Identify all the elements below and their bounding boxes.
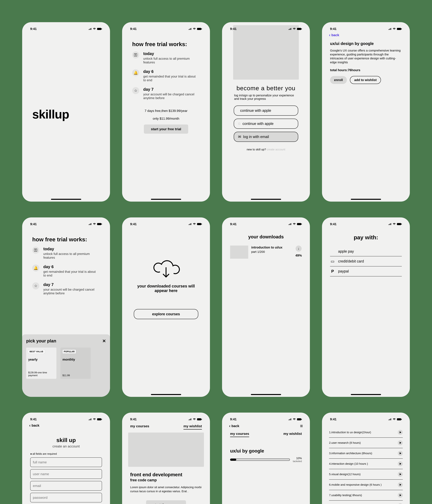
download-icon[interactable]: ↓ <box>296 245 302 252</box>
play-icon[interactable] <box>398 493 403 498</box>
download-item[interactable]: introduction to ui/ux part 1/200 ↓ 49% <box>230 245 302 259</box>
lesson-row[interactable]: 2.user research (8 hours) <box>329 438 403 448</box>
svg-rect-5 <box>101 28 102 29</box>
status-icons <box>89 223 102 225</box>
play-icon[interactable] <box>398 430 403 435</box>
lesson-label: 6.mobile and responsive design (6 hours … <box>329 483 381 486</box>
close-icon[interactable]: ✕ <box>102 338 106 343</box>
lesson-row[interactable]: 8.design systems and c (8 hours) <box>329 501 403 504</box>
pay-label: paypal <box>338 269 349 273</box>
lesson-label: 7.usability testing( 8hours) <box>329 494 362 497</box>
tab-my-courses[interactable]: my courses <box>230 432 249 437</box>
play-icon[interactable] <box>398 482 403 487</box>
status-time: 9:41 <box>330 417 336 421</box>
enroll-button[interactable]: enroll <box>330 76 347 84</box>
login-email-button[interactable]: ✉ log in with email <box>234 132 298 142</box>
signal-icon <box>89 223 92 225</box>
full-name-input[interactable] <box>30 458 102 467</box>
auth-hero-image <box>233 25 299 80</box>
plan-card-monthly[interactable]: POPULAR monthly $11.99 <box>61 348 91 379</box>
play-icon[interactable] <box>398 440 403 445</box>
tab-my-wishlist[interactable]: my wishlist <box>283 432 302 437</box>
lesson-row[interactable]: 3.information architecture (6hours) <box>329 448 403 459</box>
signal-icon <box>189 28 192 30</box>
signal-icon <box>189 418 192 420</box>
status-bar: 9:41 <box>28 221 104 226</box>
lesson-row[interactable]: 7.usability testing( 8hours) <box>329 490 403 501</box>
start-trial-button[interactable]: start your free trial <box>144 125 188 134</box>
auth-subtitle: log in/sign up to personalize your exper… <box>234 94 298 100</box>
create-account-link[interactable]: create account <box>267 148 285 151</box>
start-course-button[interactable]: start the course <box>146 500 186 504</box>
star-icon: ☆ <box>132 87 139 94</box>
add-wishlist-button[interactable]: add to wishlist <box>350 76 381 84</box>
wifi-icon <box>93 223 96 225</box>
status-bar: 9:41 <box>328 417 404 421</box>
svg-rect-57 <box>190 419 191 420</box>
home-indicator <box>151 394 181 395</box>
password-input[interactable] <box>30 493 102 502</box>
play-icon[interactable] <box>398 451 403 456</box>
home-indicator <box>151 199 181 200</box>
paypal-icon: P <box>330 269 335 274</box>
step-title: today <box>43 247 96 251</box>
play-icon[interactable] <box>398 503 403 504</box>
svg-rect-9 <box>191 28 191 30</box>
pay-option-apple[interactable]: apple pay <box>330 247 402 256</box>
continue-apple-button[interactable]: continue with apple <box>234 106 298 116</box>
status-time: 9:41 <box>130 27 137 31</box>
back-button[interactable]: ‹ back <box>29 423 104 428</box>
menu-icon[interactable]: ≡ <box>300 423 303 429</box>
lesson-row[interactable]: 5.visual design(12 hours) <box>329 469 403 480</box>
back-button[interactable]: ‹ back <box>229 424 239 428</box>
explore-courses-button[interactable]: explore courses <box>134 309 198 319</box>
screen-wishlist: 9:41 my courses my wishlist front end de… <box>122 413 210 504</box>
status-icons <box>189 418 202 420</box>
play-icon[interactable] <box>398 472 403 477</box>
svg-rect-2 <box>90 28 91 30</box>
back-button[interactable]: ‹ back <box>329 33 404 37</box>
play-icon[interactable] <box>398 461 403 466</box>
tab-my-wishlist[interactable]: my wishlist <box>184 424 202 430</box>
step-title: day 7 <box>143 87 196 92</box>
svg-rect-68 <box>389 419 390 420</box>
lesson-row[interactable]: 4.interaction design (10 hours ) <box>329 459 403 469</box>
wifi-icon <box>393 223 396 225</box>
apple-label: continue with apple <box>240 108 271 113</box>
svg-rect-51 <box>90 419 91 420</box>
svg-rect-16 <box>297 28 301 30</box>
screen-my-courses: 9:41 ‹ back ≡ my courses my wishlist ux/… <box>222 413 310 504</box>
lesson-row[interactable]: 6.mobile and responsive design (6 hours … <box>329 480 403 490</box>
battery-icon <box>97 223 102 225</box>
status-time: 9:41 <box>330 27 336 31</box>
svg-rect-63 <box>290 419 291 420</box>
status-bar: 9:41 <box>128 26 204 31</box>
svg-rect-52 <box>91 418 91 420</box>
svg-rect-54 <box>101 419 102 420</box>
lesson-label: 3.information architecture (6hours) <box>329 452 372 455</box>
status-icons <box>289 28 302 30</box>
lesson-label: 1.introduction to ux design(1hour) <box>329 431 371 434</box>
plan-card-yearly[interactable]: BEST VALUE yearly $139.99-one time payme… <box>26 348 56 379</box>
email-input[interactable] <box>30 481 102 491</box>
continue-google-button[interactable]: G continue with apple <box>234 119 298 129</box>
pay-option-paypal[interactable]: P paypal <box>330 266 402 276</box>
svg-rect-27 <box>91 223 91 225</box>
plan-name: monthly <box>62 358 89 361</box>
screen-signup: 9:41 ‹ back skill up create an account a… <box>22 413 110 504</box>
screen-course-detail: 9:41 ‹ back ux/ui design by google Googl… <box>322 22 410 202</box>
user-name-input[interactable] <box>30 469 102 479</box>
trial-step-day6: 🔔 day 6 get remainded that your trial is… <box>132 69 200 82</box>
status-bar: 9:41 <box>328 26 404 31</box>
signup-subtitle: create an account <box>28 444 104 448</box>
lesson-row[interactable]: 1.introduction to ux design(1hour) <box>329 427 403 438</box>
progress-bar <box>230 459 290 461</box>
pay-option-card[interactable]: ▭ credit/debit card <box>330 256 402 266</box>
step-desc: get remainded that your trial is about t… <box>43 270 96 277</box>
tab-my-courses[interactable]: my courses <box>130 424 149 430</box>
downloads-title: your downloads <box>228 234 304 240</box>
svg-rect-13 <box>289 29 290 30</box>
screen-pick-plan: 9:41 how free trial works: ⚿ today unloc… <box>22 217 110 397</box>
svg-rect-32 <box>190 224 191 225</box>
back-label: back <box>32 423 39 427</box>
